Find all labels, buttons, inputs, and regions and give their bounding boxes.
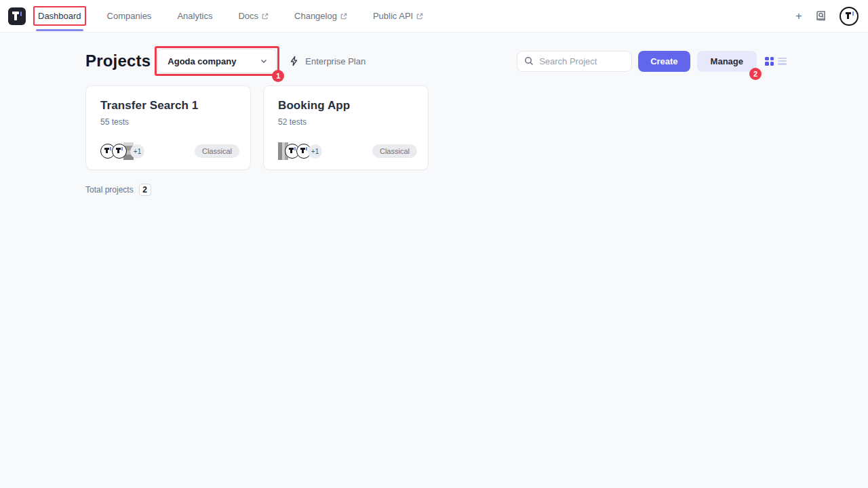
manage-button[interactable]: Manage bbox=[697, 51, 757, 72]
app-logo[interactable] bbox=[8, 7, 26, 25]
nav-label: Changelog bbox=[294, 11, 337, 21]
project-card-transfer-search-1[interactable]: Transfer Search 1 55 tests +1 Classical bbox=[85, 85, 251, 170]
nav-label: Analytics bbox=[177, 11, 212, 21]
annotation-box-dashboard bbox=[33, 6, 86, 26]
search-input[interactable] bbox=[539, 56, 620, 66]
nav-item-docs[interactable]: Docs bbox=[238, 11, 269, 21]
totals-label: Total projects bbox=[85, 185, 134, 195]
member-avatars: +1 bbox=[278, 142, 322, 160]
nav-label: Public API bbox=[373, 11, 413, 21]
create-button[interactable]: Create bbox=[638, 51, 690, 72]
nav-label: Docs bbox=[238, 11, 258, 21]
top-nav-bar: Dashboard Companies Analytics Docs Chang… bbox=[0, 0, 868, 33]
company-selected-value: Agoda company bbox=[167, 56, 236, 66]
project-type-badge: Classical bbox=[195, 144, 239, 158]
nav-item-changelog[interactable]: Changelog bbox=[294, 11, 347, 21]
totals-row: Total projects 2 bbox=[85, 184, 868, 196]
chevron-down-icon bbox=[260, 57, 268, 65]
project-test-count: 52 tests bbox=[278, 117, 414, 127]
lightning-bolt-icon bbox=[289, 56, 300, 66]
search-box bbox=[517, 51, 632, 72]
more-members-badge: +1 bbox=[130, 144, 144, 159]
grid-view-icon[interactable] bbox=[765, 57, 774, 66]
user-avatar[interactable] bbox=[840, 7, 859, 26]
main-nav: Dashboard Companies Analytics Docs Chang… bbox=[38, 11, 423, 21]
search-docs-icon[interactable] bbox=[815, 10, 827, 22]
annotation-step-1: 1 bbox=[272, 70, 284, 82]
company-selector[interactable]: Agoda company bbox=[157, 49, 277, 73]
nav-item-companies[interactable]: Companies bbox=[107, 11, 152, 21]
toolbar-right: Create Manage 2 bbox=[517, 51, 787, 72]
nav-label: Companies bbox=[107, 11, 152, 21]
manage-button-wrap: Manage 2 bbox=[697, 51, 757, 72]
member-avatar bbox=[112, 144, 127, 159]
card-footer: +1 Classical bbox=[100, 142, 239, 160]
project-test-count: 55 tests bbox=[100, 117, 237, 127]
project-card-grid: Transfer Search 1 55 tests +1 Classical … bbox=[85, 85, 868, 170]
card-footer: +1 Classical bbox=[278, 142, 417, 160]
member-avatars: +1 bbox=[100, 142, 144, 160]
project-name: Transfer Search 1 bbox=[100, 99, 237, 113]
external-link-icon bbox=[340, 13, 347, 20]
project-card-booking-app[interactable]: Booking App 52 tests +1 Classical bbox=[263, 85, 429, 170]
totals-count-badge: 2 bbox=[139, 184, 151, 196]
company-selector-wrap: Agoda company 1 bbox=[157, 49, 277, 73]
search-icon bbox=[524, 56, 534, 66]
plan-label: Enterprise Plan bbox=[305, 56, 366, 66]
page-title: Projects bbox=[85, 52, 151, 70]
project-type-badge: Classical bbox=[372, 144, 417, 158]
plan-indicator: Enterprise Plan bbox=[289, 56, 366, 66]
view-toggle bbox=[765, 57, 787, 66]
projects-toolbar: Projects Agoda company 1 Enterprise Plan… bbox=[85, 47, 787, 75]
list-view-icon[interactable] bbox=[778, 57, 787, 66]
header-right-actions: + bbox=[795, 7, 859, 26]
more-members-badge: +1 bbox=[308, 144, 322, 159]
nav-item-analytics[interactable]: Analytics bbox=[177, 11, 212, 21]
external-link-icon bbox=[262, 13, 269, 20]
project-name: Booking App bbox=[278, 99, 414, 113]
add-icon[interactable]: + bbox=[795, 10, 802, 22]
nav-item-dashboard[interactable]: Dashboard bbox=[38, 11, 81, 21]
annotation-step-2: 2 bbox=[749, 68, 762, 80]
external-link-icon bbox=[416, 13, 423, 20]
active-tab-underline bbox=[36, 29, 83, 31]
nav-item-public-api[interactable]: Public API bbox=[373, 11, 423, 21]
